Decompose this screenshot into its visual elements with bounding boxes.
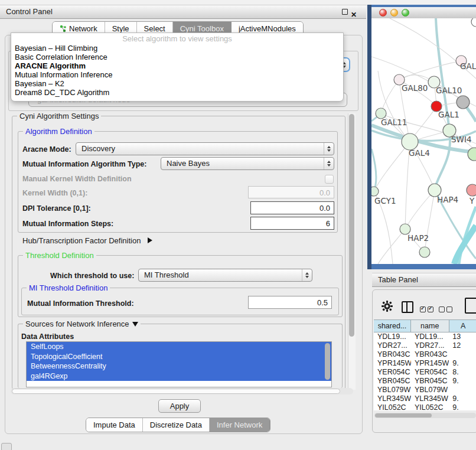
network-window-titlebar[interactable] (371, 7, 476, 19)
close-light[interactable] (379, 9, 387, 17)
hub-definition-label: Hub/Transcription Factor Definition (22, 236, 141, 245)
network-node-gcy1[interactable] (371, 187, 379, 196)
network-node[interactable] (471, 18, 476, 27)
table-row[interactable]: YLR345WYLR345W9. (374, 394, 476, 403)
tab-label: Impute Data (93, 420, 135, 429)
table-cell: YPR145W (411, 359, 449, 368)
table-cell (449, 350, 476, 359)
table-row[interactable]: YBR043CYBR043C (374, 350, 476, 359)
attribute-item[interactable]: TopologicalCoefficient (27, 352, 331, 362)
minimize-light[interactable] (390, 9, 398, 17)
mi-steps-input[interactable]: 6 (250, 217, 334, 230)
hub-definition-expander[interactable]: Hub/Transcription Factor Definition (22, 236, 152, 245)
apply-button[interactable]: Apply (158, 399, 201, 413)
network-node-y[interactable] (467, 184, 476, 196)
mi-threshold-input[interactable]: 0.5 (248, 296, 332, 309)
table-row[interactable]: YPR145WYPR145W9. (374, 359, 476, 368)
column-browser-icon[interactable] (402, 301, 413, 313)
algorithm-option[interactable]: Mutual Information Inference (11, 70, 343, 79)
table-row[interactable]: YDR27...YDR27...12 (374, 341, 476, 350)
gear-icon[interactable] (382, 301, 393, 314)
tab-infer-network[interactable]: Infer Network (210, 418, 270, 432)
minimized-panel-icon[interactable] (1, 443, 12, 450)
algorithm-dropdown-placeholder: Select algorithm to view settings (11, 34, 343, 44)
tab-label: Cyni Toolbox (180, 24, 224, 33)
sources-title-row[interactable]: Sources for Network Inference (23, 319, 141, 328)
attribute-item[interactable]: gal4RGexp (27, 371, 331, 381)
select-all-icon[interactable] (420, 304, 435, 314)
network-node-label: GAL10 (436, 86, 462, 95)
table-cell: YDL19... (374, 332, 411, 341)
settings-hscroll-track[interactable] (11, 388, 353, 394)
tab-label: Style (112, 24, 129, 33)
column-header[interactable]: name (411, 320, 449, 332)
column-header[interactable]: shared... (374, 320, 411, 332)
close-icon[interactable] (351, 8, 358, 15)
dpi-tolerance-input[interactable]: 0.0 (250, 201, 334, 214)
table-row[interactable]: YIL052CYIL052C9. (374, 403, 476, 410)
which-threshold-value: MI Threshold (144, 269, 189, 281)
network-window[interactable]: GALGAL80GAL10GAL1GAL11SWI4GAL4GCY1HAP4YH… (367, 5, 476, 269)
table-cell: 9. (449, 377, 476, 386)
data-attributes-list[interactable]: SelfLoopsTopologicalCoefficientBetweenne… (26, 341, 332, 387)
table-row[interactable]: YER054CYER054C8. (374, 368, 476, 377)
mi-threshold-label: Mutual Information Threshold: (27, 299, 134, 308)
network-node[interactable] (457, 96, 470, 109)
tab-label: Network (69, 24, 97, 33)
table-hscroll-track[interactable] (374, 413, 476, 418)
table-cell: YBR043C (411, 350, 449, 359)
table-header: shared...nameA (374, 319, 476, 332)
attribute-item[interactable]: BetweennessCentrality (27, 361, 331, 371)
sources-title: Sources for Network Inference (25, 319, 129, 328)
screen: Control Panel gal-inferred.sif default n… (0, 0, 476, 450)
threshold-definition-title: Threshold Definition (23, 251, 96, 260)
network-node[interactable] (468, 148, 476, 161)
table-cell: YIL052C (374, 403, 411, 410)
aracne-mode-label: Aracne Mode: (22, 145, 71, 154)
zoom-light[interactable] (402, 9, 409, 17)
algorithm-option[interactable]: Bayesian – K2 (11, 79, 343, 88)
table-cell: 13 (449, 332, 476, 341)
table-cell: YDR27... (411, 341, 449, 350)
tab-label: Select (144, 24, 165, 33)
table-panel-title: Table Panel (378, 273, 418, 286)
mi-type-label: Mutual Information Algorithm Type: (22, 160, 146, 168)
algorithm-option[interactable]: Bayesian – Hill Climbing (11, 44, 343, 53)
table-row[interactable]: YBL079WYBL079W (374, 386, 476, 394)
table-row[interactable]: YDL19...YDL19...13 (374, 332, 476, 341)
kernel-width-input[interactable]: 0.0 (248, 186, 334, 198)
table-cell (449, 386, 476, 394)
table-cell: YBL079W (411, 386, 449, 394)
network-node-label: GAL11 (381, 118, 407, 127)
deselect-all-icon[interactable] (439, 304, 454, 314)
stepper-icon (324, 158, 334, 169)
list-scrollbar-thumb[interactable] (325, 343, 330, 380)
which-threshold-select[interactable]: MI Threshold (138, 269, 312, 282)
network-node[interactable] (419, 247, 430, 257)
float-icon[interactable] (341, 8, 348, 15)
network-node-gal4[interactable] (402, 133, 418, 150)
algorithm-option[interactable]: Basic Correlation Inference (11, 53, 343, 61)
column-header[interactable]: A (449, 320, 476, 332)
table-cell: YLR345W (374, 394, 411, 403)
attribute-item[interactable]: SelfLoops (27, 342, 331, 352)
manual-kernel-checkbox[interactable] (325, 175, 334, 184)
mi-steps-label: Mutual Information Steps: (22, 220, 113, 228)
table-row[interactable]: YBR045CYBR045C9. (374, 377, 476, 386)
data-attributes-items: SelfLoopsTopologicalCoefficientBetweenne… (27, 342, 331, 381)
table-cell: YBL079W (374, 386, 411, 394)
aracne-mode-select[interactable]: Discovery (76, 142, 334, 155)
node-table: shared...nameA YDL19...YDL19...13YDR27..… (374, 319, 476, 410)
algorithm-option[interactable]: ARACNE Algorithm (11, 61, 343, 70)
mi-type-select[interactable]: Naive Bayes (161, 157, 334, 170)
table-cell: YBR043C (374, 350, 411, 359)
tab-impute-data[interactable]: Impute Data (86, 418, 143, 432)
tab-discretize-data[interactable]: Discretize Data (143, 418, 210, 432)
settings-vscroll-track[interactable] (348, 113, 356, 390)
network-canvas[interactable]: GALGAL80GAL10GAL1GAL11SWI4GAL4GCY1HAP4YH… (371, 18, 476, 264)
control-panel-bottom-tabs: Impute DataDiscretize DataInfer Network (86, 418, 270, 432)
table-panel: shared...nameA YDL19...YDL19...13YDR27..… (372, 289, 476, 433)
algorithm-option[interactable]: Dream8 DC_TDC Algorithm (11, 88, 343, 97)
tab-label: Infer Network (217, 420, 262, 429)
new-table-icon[interactable] (465, 298, 476, 314)
